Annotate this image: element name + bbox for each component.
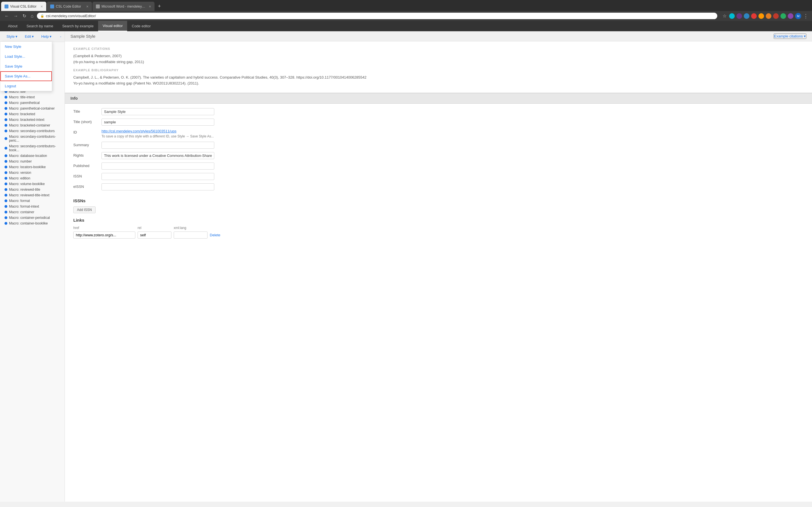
ext-icon-6[interactable]: [766, 13, 771, 19]
ext-icon-9[interactable]: [788, 13, 794, 19]
nav-visual-editor[interactable]: Visual editor: [98, 21, 127, 31]
list-item[interactable]: Macro: format-intext: [0, 204, 64, 209]
ext-icon-2[interactable]: [737, 13, 742, 19]
list-item[interactable]: Macro: volume-booklike: [0, 181, 64, 187]
list-item[interactable]: Macro: secondary-contributors: [0, 128, 64, 134]
style-chevron: ▾: [15, 34, 17, 39]
issn-label: ISSN: [73, 173, 101, 178]
nav-search-name[interactable]: Search by name: [22, 21, 58, 31]
style-label: Style: [6, 34, 15, 39]
nav-about[interactable]: About: [3, 21, 22, 31]
forward-button[interactable]: →: [12, 13, 19, 19]
issns-title: ISSNs: [73, 198, 804, 203]
tab-csl-code-editor[interactable]: CSL Code Editor ×: [47, 2, 92, 11]
ext-icon-8[interactable]: [780, 13, 786, 19]
tab-close-3[interactable]: ×: [149, 4, 151, 9]
list-item[interactable]: Macro: parenthetical: [0, 100, 64, 106]
nav-search-example[interactable]: Search by example: [58, 21, 98, 31]
list-item[interactable]: Macro: version: [0, 170, 64, 175]
home-button[interactable]: ⌂: [30, 13, 35, 19]
info-section-header: Info: [65, 93, 812, 104]
delete-link-button-1[interactable]: Delete: [210, 233, 220, 237]
dropdown-logout[interactable]: Logout: [0, 81, 52, 91]
list-item[interactable]: Macro: bracketed-container: [0, 122, 64, 128]
list-item[interactable]: Macro: title-intext: [0, 94, 64, 100]
list-item[interactable]: Macro: container-booklike: [0, 221, 64, 226]
user-avatar[interactable]: M: [795, 13, 801, 19]
list-item[interactable]: Macro: parenthetical-container: [0, 106, 64, 111]
example-citations-button[interactable]: Example citations ▾: [774, 34, 807, 39]
add-issn-button[interactable]: Add ISSN: [73, 207, 96, 213]
summary-label: Summary: [73, 142, 101, 147]
summary-input[interactable]: [101, 142, 214, 149]
list-item[interactable]: Macro: container-periodical: [0, 215, 64, 221]
tab-close-1[interactable]: ×: [41, 4, 43, 9]
macro-dot: [4, 216, 7, 219]
style-menu-button[interactable]: Style ▾: [3, 33, 20, 40]
browser-menu-button[interactable]: ⋮: [803, 13, 809, 19]
ext-icon-3[interactable]: [744, 13, 749, 19]
list-item[interactable]: Macro: format: [0, 198, 64, 204]
dropdown-new-style[interactable]: New Style: [0, 42, 52, 52]
list-item[interactable]: Macro: secondary-contributors-peric...: [0, 134, 64, 144]
list-item[interactable]: Macro: secondary-contributors-book...: [0, 144, 64, 153]
links-table-header: href rel xml:lang: [73, 226, 804, 230]
href-input-1[interactable]: [73, 231, 135, 238]
lang-input-1[interactable]: [174, 231, 207, 238]
nav-code-editor[interactable]: Code editor: [127, 21, 155, 31]
rel-input-1[interactable]: [138, 231, 171, 238]
tab-label-1: Visual CSL Editor: [10, 4, 39, 8]
macro-dot: [4, 118, 7, 121]
published-row: Published: [73, 163, 804, 170]
ext-icon-4[interactable]: [751, 13, 757, 19]
macro-dot: [4, 188, 7, 191]
list-item[interactable]: Macro: bracketed-intext: [0, 117, 64, 122]
bookmark-icon[interactable]: ☆: [722, 13, 727, 19]
issn-input[interactable]: [101, 173, 214, 180]
minus-button[interactable]: -: [57, 33, 64, 40]
dropdown-save-style-as[interactable]: Save Style As...: [0, 71, 52, 81]
published-input[interactable]: [101, 163, 214, 170]
reload-button[interactable]: ↻: [21, 13, 28, 19]
edit-chevron: ▾: [32, 34, 34, 39]
macro-dot: [4, 200, 7, 202]
tab-visual-csl-editor[interactable]: Visual CSL Editor ×: [1, 2, 46, 11]
id-label: ID: [73, 129, 101, 134]
dropdown-save-style[interactable]: Save Style: [0, 61, 52, 71]
ext-icon-7[interactable]: [773, 13, 779, 19]
tab-icon-2: [50, 4, 54, 8]
list-item[interactable]: Macro: number: [0, 159, 64, 164]
bibliography-entry-2: Yo-yo.having a modifiable string gap (Pa…: [73, 81, 804, 86]
bibliography-entry-1: Campbell, J. L., & Pedersen, O. K. (2007…: [73, 75, 804, 79]
list-item[interactable]: Macro: reviewed-title: [0, 187, 64, 192]
address-input[interactable]: 🔒 csl.mendeley.com/visualEditor/: [37, 13, 717, 19]
back-button[interactable]: ←: [3, 13, 10, 19]
title-input[interactable]: [101, 108, 214, 115]
eissn-input[interactable]: [101, 183, 214, 190]
edit-menu-button[interactable]: Edit ▾: [22, 33, 37, 40]
id-hint: To save a copy of this style with a diff…: [101, 134, 214, 138]
list-item[interactable]: Macro: bracketed: [0, 111, 64, 117]
list-item[interactable]: Macro: locators-booklike: [0, 164, 64, 170]
citation-1: (Campbell & Pedersen, 2007): [73, 54, 804, 58]
example-bibliography-label: EXAMPLE BIBLIOGRAPHY: [73, 68, 804, 72]
dropdown-load-style[interactable]: Load Style...: [0, 52, 52, 61]
title-short-input[interactable]: [101, 119, 214, 126]
ext-icon-1[interactable]: [729, 13, 735, 19]
list-item[interactable]: Macro: container: [0, 209, 64, 215]
list-item[interactable]: Macro: reviewed-title-intext: [0, 192, 64, 198]
id-url[interactable]: http://csl.mendeley.com/styles/561003511…: [101, 129, 214, 133]
tab-microsoft-word[interactable]: Microsoft Word - mendeley_cs... ×: [93, 2, 154, 11]
macro-dot: [4, 211, 7, 214]
macro-dot: [4, 113, 7, 115]
title-short-row: Title (short): [73, 119, 804, 126]
ext-icon-5[interactable]: [758, 13, 764, 19]
macro-dot: [4, 166, 7, 168]
tab-close-2[interactable]: ×: [86, 4, 89, 9]
help-menu-button[interactable]: Help ▾: [38, 33, 55, 40]
new-tab-button[interactable]: +: [155, 2, 164, 11]
list-item[interactable]: Macro: edition: [0, 175, 64, 181]
title-short-label: Title (short): [73, 119, 101, 124]
rights-input[interactable]: [101, 152, 214, 159]
list-item[interactable]: Macro: database-location: [0, 153, 64, 159]
